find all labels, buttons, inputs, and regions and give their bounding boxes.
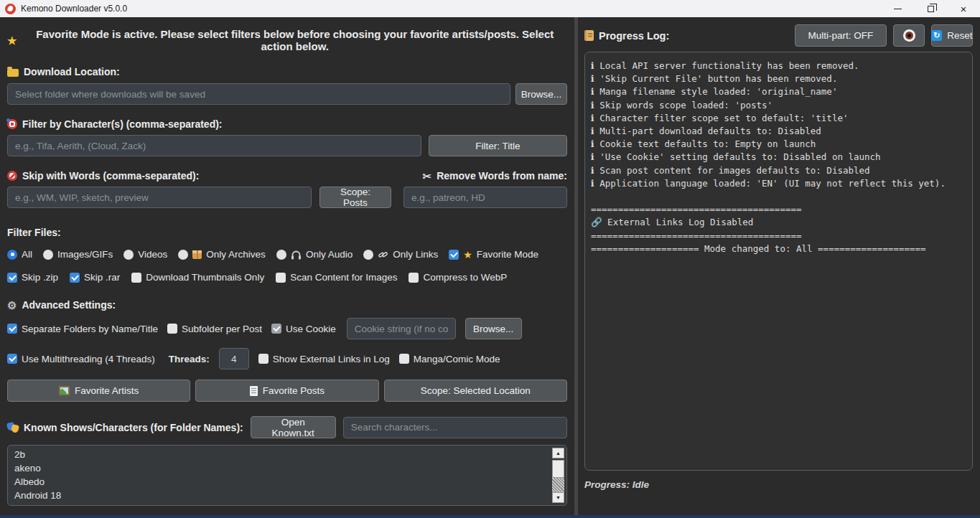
radio-videos[interactable]: Videos [123, 249, 167, 260]
checkbox-manga-comic-mode[interactable]: Manga/Comic Mode [399, 354, 500, 364]
checkbox-icon [258, 354, 269, 364]
cookie-string-input[interactable] [347, 318, 456, 339]
checkbox-icon [131, 273, 141, 283]
known-shows-label: Known Shows/Characters (for Folder Names… [7, 422, 243, 433]
settings-panel: ★ Favorite Mode is active. Please select… [0, 17, 574, 515]
favorite-mode-banner: ★ Favorite Mode is active. Please select… [7, 28, 567, 52]
app-logo-icon [5, 4, 16, 14]
character-filter-input[interactable] [7, 135, 421, 156]
radio-only-links[interactable]: Only Links [363, 249, 438, 260]
checkbox-icon [167, 324, 177, 334]
favorite-mode-banner-text: Favorite Mode is active. Please select f… [22, 28, 567, 52]
window-controls: × [881, 0, 980, 17]
checkbox-separate-folders[interactable]: Separate Folders by Name/Title [7, 324, 158, 334]
list-item[interactable]: Android 18 [8, 489, 566, 502]
checkbox-use-cookie[interactable]: Use Cookie [271, 324, 336, 334]
progress-log-label: Progress Log: [584, 30, 669, 42]
checkbox-favorite-mode[interactable]: ★ Favorite Mode [449, 249, 538, 260]
search-characters-input[interactable] [343, 417, 567, 438]
picture-icon [59, 386, 70, 395]
scroll-up-button[interactable]: ▲ [552, 448, 564, 458]
favorite-artists-button[interactable]: Favorite Artists [7, 380, 190, 402]
scrollbar-thumb[interactable] [552, 460, 564, 478]
link-icon [378, 250, 388, 260]
radio-only-archives[interactable]: Only Archives [178, 249, 266, 260]
scroll-icon [584, 30, 594, 41]
gear-icon: ⚙ [7, 300, 17, 311]
skip-words-scope-button[interactable]: Scope: Posts [319, 187, 391, 208]
download-location-input[interactable] [7, 83, 510, 105]
radio-images-gifs[interactable]: Images/GIFs [43, 249, 113, 260]
list-item[interactable]: Albedo [8, 475, 566, 489]
multipart-toggle-button[interactable]: Multi-part: OFF [795, 24, 887, 47]
radio-icon [178, 250, 188, 260]
progress-log-output[interactable]: ℹ Local API server functionality has bee… [584, 52, 973, 471]
radio-icon [43, 250, 53, 260]
checkbox-download-thumbnails[interactable]: Download Thumbnails Only [131, 272, 264, 283]
radio-all[interactable]: All [7, 249, 32, 260]
scope-selected-location-button[interactable]: Scope: Selected Location [384, 380, 567, 402]
checkbox-scan-content[interactable]: Scan Content for Images [276, 272, 397, 283]
radio-icon [7, 250, 17, 260]
open-known-txt-button[interactable]: Open Known.txt [251, 416, 336, 438]
remove-words-input[interactable] [403, 187, 567, 208]
reset-icon: ↻ [931, 30, 942, 41]
scrollbar-track[interactable] [552, 478, 564, 492]
checkbox-subfolder-per-post[interactable]: Subfolder per Post [167, 324, 262, 334]
checkbox-icon [271, 324, 281, 334]
browse-cookie-button[interactable]: Browse... [465, 318, 522, 339]
folder-icon [7, 69, 19, 77]
download-location-label: Download Location: [7, 66, 567, 77]
close-icon: × [961, 4, 967, 14]
bottom-progress-strip [0, 515, 980, 518]
list-scrollbar[interactable]: ▲ ▼ [552, 448, 564, 503]
checkbox-icon [70, 273, 80, 283]
checkbox-icon [7, 354, 17, 364]
package-icon [192, 250, 202, 259]
progress-panel: Progress Log: Multi-part: OFF ↻ Reset ℹ … [578, 17, 980, 515]
masks-icon [7, 423, 19, 433]
threads-label: Threads: [169, 354, 210, 364]
checkbox-icon [7, 273, 17, 283]
character-filter-label: Filter by Character(s) (comma-separated)… [7, 118, 567, 130]
restore-button[interactable] [914, 0, 947, 17]
checkbox-skip-zip[interactable]: Skip .zip [7, 272, 58, 283]
checkbox-icon [276, 273, 286, 283]
threads-input[interactable] [219, 348, 249, 369]
title-bar: Kemono Downloader v5.0.0 × [0, 0, 980, 17]
eye-button[interactable] [893, 24, 925, 47]
file-type-radio-group: All Images/GIFs Videos Only Archives [7, 249, 567, 260]
favorite-posts-button[interactable]: Favorite Posts [195, 380, 378, 402]
checkbox-use-multithreading[interactable]: Use Multithreading (4 Threads) [7, 354, 155, 364]
file-option-checkboxes: Skip .zip Skip .rar Download Thumbnails … [7, 272, 567, 283]
list-item[interactable]: 2b [8, 448, 566, 461]
headphones-icon [291, 250, 302, 260]
skip-words-input[interactable] [7, 187, 312, 208]
checkbox-skip-rar[interactable]: Skip .rar [70, 272, 120, 283]
checkbox-compress-webp[interactable]: Compress to WebP [409, 272, 507, 283]
character-filter-scope-button[interactable]: Filter: Title [429, 135, 567, 156]
reset-button[interactable]: ↻ Reset [931, 24, 973, 47]
checkbox-show-external-links[interactable]: Show External Links in Log [258, 354, 390, 364]
checkbox-icon [409, 273, 419, 283]
checkbox-icon [7, 324, 17, 334]
radio-only-audio[interactable]: Only Audio [276, 249, 353, 260]
filter-files-label: Filter Files: [7, 227, 567, 238]
known-characters-list[interactable]: 2b akeno Albedo Android 18 Android 21 ▲ … [7, 445, 567, 506]
restore-icon [928, 6, 934, 12]
scroll-down-button[interactable]: ▼ [552, 492, 564, 503]
advanced-settings-label: ⚙ Advanced Settings: [7, 299, 567, 311]
skip-words-label: Skip with Words (comma-separated): [7, 170, 199, 182]
minimize-button[interactable] [881, 0, 914, 17]
checkbox-icon [449, 250, 459, 260]
eye-icon [903, 29, 915, 42]
scissors-icon: ✂ [423, 171, 432, 182]
list-item[interactable]: Android 21 [8, 502, 566, 506]
close-button[interactable]: × [947, 0, 980, 17]
no-entry-icon [7, 171, 17, 181]
progress-status: Progress: Idle [584, 479, 973, 490]
list-item[interactable]: akeno [8, 461, 566, 475]
checkbox-icon [399, 354, 409, 364]
radio-icon [276, 250, 286, 260]
browse-download-button[interactable]: Browse... [515, 83, 567, 105]
